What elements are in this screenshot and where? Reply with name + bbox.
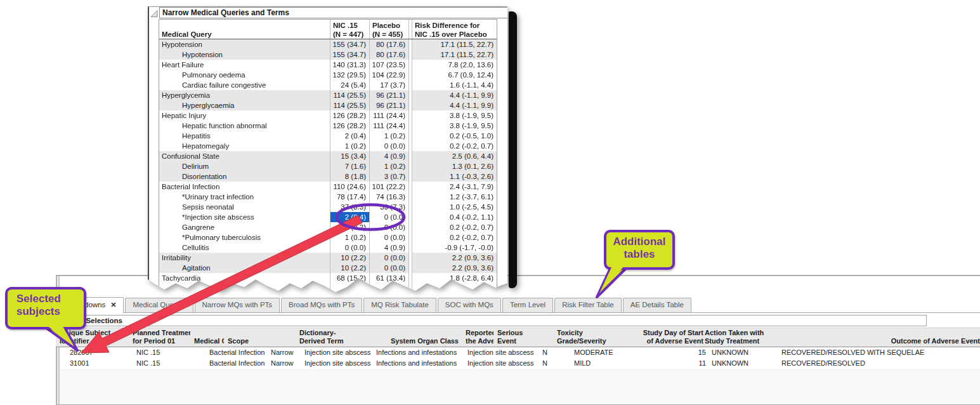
placebo-count-cell[interactable]: 1 (0.2) [370, 161, 409, 171]
nic-count-cell[interactable]: 126 (28.2) [330, 121, 370, 131]
placebo-count-cell[interactable]: 0 (0.0) [370, 141, 409, 151]
nic-count-cell[interactable]: 140 (31.3) [330, 60, 370, 70]
nic-count-cell[interactable]: 15 (3.4) [330, 151, 370, 161]
mq-table-row[interactable]: Heart Failure 140 (31.3) 107 (23.5) 7.8 … [159, 60, 497, 70]
tab-close-icon[interactable]: ✕ [110, 301, 116, 309]
cell-action-taken: UNKNOWN [707, 347, 781, 358]
mq-table-row[interactable]: Disorientation 8 (1.8) 3 (0.7) 1.1 (-0.3… [159, 171, 497, 182]
nic-count-cell[interactable]: 155 (34.7) [330, 39, 370, 50]
mq-table-row[interactable]: Sepsis neonatal 37 (8.3) 33 (7.3) 1.0 (-… [159, 202, 497, 212]
tab-label: downs [84, 301, 105, 309]
table-selections-header: Table Selections [61, 315, 927, 326]
placebo-count-cell[interactable]: 1 (0.2) [370, 131, 409, 141]
mq-table-row[interactable]: Tachycardia 68 (15.2) 61 (13.4) 1.8 (-2.… [159, 273, 497, 283]
placebo-count-cell[interactable]: 3 (0.7) [370, 171, 409, 182]
nic-count-cell[interactable]: 2 (0.4) [330, 131, 370, 141]
mq-table-row[interactable]: Delirium 7 (1.6) 1 (0.2) 1.3 (0.1, 2.6) [159, 161, 497, 171]
mq-table-row[interactable]: Gangrene 1 (0.2) 0 (0.0) 0.2 (-0.2, 0.7) [159, 222, 497, 232]
nic-count-cell[interactable]: 7 (1.6) [330, 161, 370, 171]
term-label: Hyperglycemia [162, 90, 210, 100]
mq-table-row[interactable]: Hepatic function abnormal 126 (28.2) 111… [159, 121, 497, 131]
nic-count-cell[interactable]: 8 (1.8) [330, 171, 370, 182]
nic-count-cell[interactable]: 155 (34.7) [330, 50, 370, 60]
placebo-count-cell[interactable]: 107 (23.5) [370, 60, 409, 70]
mq-table-row[interactable]: Hepatitis 2 (0.4) 1 (0.2) 0.2 (-0.5, 1.0… [159, 131, 497, 141]
nic-count-cell[interactable]: 1 (0.2) [330, 222, 370, 232]
mq-table-row[interactable]: Irritability 10 (2.2) 0 (0.0) 2.2 (0.9, … [159, 253, 497, 263]
mq-table-row[interactable]: Bacterial Infection 110 (24.6) 101 (22.2… [159, 182, 497, 192]
term-label: Hepatomegaly [162, 141, 229, 151]
nic-count-cell[interactable]: 10 (2.2) [330, 253, 370, 263]
placebo-count-cell[interactable]: 0 (0.0) [370, 212, 409, 222]
placebo-count-cell[interactable]: 0 (0.0) [370, 222, 409, 232]
mq-table-row[interactable]: *Urinary tract infection 78 (17.4) 74 (1… [159, 192, 497, 202]
mq-table-row[interactable]: *Pulmonary tuberculosis 1 (0.2) 0 (0.0) … [159, 232, 497, 242]
nic-count-cell[interactable]: 68 (15.2) [330, 273, 370, 283]
mq-table-row[interactable]: Hyperglycaemia 114 (25.5) 96 (21.1) 4.4 … [159, 100, 497, 110]
mq-table-row[interactable]: increased [159, 283, 497, 293]
placebo-count-cell[interactable] [370, 283, 409, 293]
mq-window: Narrow Medical Queries and Terms Medical… [148, 6, 509, 305]
placebo-count-cell[interactable]: 4 (0.9) [370, 242, 409, 253]
mq-table-row[interactable]: Hypotension 155 (34.7) 80 (17.6) 17.1 (1… [159, 39, 497, 50]
placebo-count-cell[interactable]: 0 (0.0) [370, 263, 409, 273]
nic-count-cell[interactable]: 37 (8.3) [330, 202, 370, 212]
nic-count-cell[interactable]: 114 (25.5) [330, 90, 370, 100]
placebo-count-cell[interactable]: 101 (22.2) [370, 182, 409, 192]
placebo-count-cell[interactable]: 4 (0.9) [370, 151, 409, 161]
placebo-count-cell[interactable]: 80 (17.6) [370, 39, 409, 50]
mq-table-row[interactable]: Cellulitis 0 (0.0) 4 (0.9) -0.9 (-1.7, -… [159, 242, 497, 253]
ae-table-row[interactable]: 282007 NIC .15 Bacterial Infection Narro… [56, 347, 980, 358]
mq-table-row[interactable]: Hepatomegaly 1 (0.2) 0 (0.0) 0.2 (-0.2, … [159, 141, 497, 151]
report-tab[interactable]: AE Details Table [623, 298, 691, 312]
placebo-count-cell[interactable]: 0 (0.0) [370, 253, 409, 263]
risk-difference-cell: 1.2 (-3.7, 6.1) [412, 192, 497, 202]
disclosure-triangle-icon[interactable] [150, 9, 158, 20]
mq-table-row[interactable]: Hepatic Injury 126 (28.2) 111 (24.4) 3.8… [159, 110, 497, 121]
term-label: Hyperglycaemia [162, 100, 234, 110]
mq-table-row[interactable]: Hypotension 155 (34.7) 80 (17.6) 17.1 (1… [159, 50, 497, 60]
report-tab[interactable]: Risk Filter Table [554, 298, 622, 312]
risk-difference-cell: 0.2 (-0.2, 0.7) [412, 222, 497, 232]
nic-count-cell[interactable]: 114 (25.5) [330, 100, 370, 110]
placebo-count-cell[interactable]: 74 (16.3) [370, 192, 409, 202]
placebo-count-cell[interactable]: 80 (17.6) [370, 50, 409, 60]
placebo-count-cell[interactable]: 17 (3.7) [370, 80, 409, 90]
nic-count-cell[interactable]: 1 (0.2) [330, 232, 370, 242]
term-label: Tachycardia [162, 273, 200, 283]
nic-count-cell[interactable]: 78 (17.4) [330, 192, 370, 202]
placebo-count-cell[interactable]: 96 (21.1) [370, 90, 409, 100]
cell-toxicity-grade: MODERATE [570, 347, 634, 358]
mq-table-row[interactable]: Cardiac failure congestive 24 (5.4) 17 (… [159, 80, 497, 90]
nic-count-cell[interactable] [330, 283, 370, 293]
mq-table-row[interactable]: *Injection site abscess 2 (0.4) 0 (0.0) … [159, 212, 497, 222]
tab-label: Risk Filter Table [562, 301, 614, 309]
placebo-count-cell[interactable]: 111 (24.4) [370, 121, 409, 131]
nic-count-cell[interactable]: 110 (24.6) [330, 182, 370, 192]
risk-difference-cell: 1.8 (-2.8, 6.4) [412, 273, 497, 283]
placebo-count-cell[interactable]: 33 (7.3) [370, 202, 409, 212]
nic-count-cell[interactable]: 1 (0.2) [330, 141, 370, 151]
placebo-count-cell[interactable]: 96 (21.1) [370, 100, 409, 110]
mq-table-row[interactable]: Hyperglycemia 114 (25.5) 96 (21.1) 4.4 (… [159, 90, 497, 100]
ae-table-row[interactable]: 31001 NIC .15 Bacterial Infection Narrow… [56, 358, 980, 369]
placebo-count-cell[interactable]: 111 (24.4) [370, 110, 409, 121]
term-label: Heart Failure [162, 60, 204, 70]
col-medical-query: Medical Query [162, 30, 330, 39]
placebo-count-cell[interactable]: 61 (13.4) [370, 273, 409, 283]
placebo-count-cell[interactable]: 104 (22.9) [370, 70, 409, 80]
placebo-count-cell[interactable]: 0 (0.0) [370, 232, 409, 242]
term-label: Pulmonary oedema [162, 70, 245, 80]
risk-difference-cell: 6.7 (0.9, 12.4) [412, 70, 497, 80]
nic-count-cell[interactable]: 126 (28.2) [330, 110, 370, 121]
risk-difference-cell: 1.1 (-0.3, 2.6) [412, 171, 497, 182]
nic-count-cell[interactable]: 10 (2.2) [330, 263, 370, 273]
mq-table-row[interactable]: Confusional State 15 (3.4) 4 (0.9) 2.5 (… [159, 151, 497, 161]
nic-count-cell[interactable]: 132 (29.5) [330, 70, 370, 80]
nic-count-cell[interactable]: 2 (0.4) [330, 212, 370, 222]
term-label: *Injection site abscess [162, 212, 254, 222]
mq-table-row[interactable]: Pulmonary oedema 132 (29.5) 104 (22.9) 6… [159, 70, 497, 80]
nic-count-cell[interactable]: 24 (5.4) [330, 80, 370, 90]
mq-table-row[interactable]: Agitation 10 (2.2) 0 (0.0) 2.2 (0.9, 3.6… [159, 263, 497, 273]
nic-count-cell[interactable]: 0 (0.0) [330, 242, 370, 253]
